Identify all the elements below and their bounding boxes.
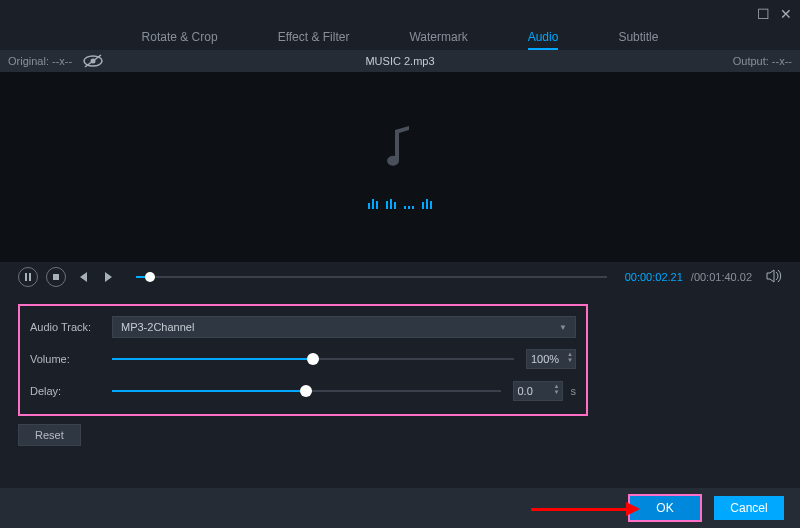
audio-track-label: Audio Track: (30, 321, 112, 333)
tab-bar: Rotate & Crop Effect & Filter Watermark … (0, 0, 800, 50)
svg-rect-3 (25, 273, 27, 281)
svg-rect-5 (53, 274, 59, 280)
volume-icon[interactable] (766, 269, 782, 286)
cancel-button[interactable]: Cancel (714, 496, 784, 520)
delay-value[interactable]: 0.0 ▲▼ (513, 381, 563, 401)
preview-toggle-icon[interactable] (82, 54, 104, 68)
stop-button[interactable] (46, 267, 66, 287)
delay-value-text: 0.0 (518, 385, 533, 397)
original-dimensions: Original: --x-- (8, 55, 72, 67)
playback-bar: 00:00:02.21/00:01:40.02 (0, 262, 800, 292)
volume-label: Volume: (30, 353, 112, 365)
music-note-icon (383, 126, 417, 179)
info-bar: Original: --x-- MUSIC 2.mp3 Output: --x-… (0, 50, 800, 72)
volume-value[interactable]: 100% ▲▼ (526, 349, 576, 369)
delay-slider[interactable] (112, 390, 501, 392)
footer-bar: OK Cancel (0, 488, 800, 528)
volume-stepper[interactable]: ▲▼ (567, 351, 573, 363)
volume-value-text: 100% (531, 353, 559, 365)
tab-rotate-crop[interactable]: Rotate & Crop (112, 30, 248, 44)
svg-rect-4 (29, 273, 31, 281)
filename: MUSIC 2.mp3 (208, 55, 592, 67)
tab-effect-filter[interactable]: Effect & Filter (248, 30, 380, 44)
preview-area (0, 72, 800, 262)
tab-subtitle[interactable]: Subtitle (588, 30, 688, 44)
reset-button[interactable]: Reset (18, 424, 81, 446)
delay-unit: s (571, 385, 577, 397)
audio-controls-highlight: Audio Track: MP3-2Channel Volume: 100% ▲… (18, 304, 588, 416)
prev-button[interactable] (74, 268, 92, 286)
delay-stepper[interactable]: ▲▼ (554, 383, 560, 395)
volume-slider[interactable] (112, 358, 514, 360)
time-total: /00:01:40.02 (691, 271, 752, 283)
seek-slider[interactable] (136, 276, 607, 278)
annotation-arrow (531, 502, 640, 516)
ok-button[interactable]: OK (630, 496, 700, 520)
volume-thumb[interactable] (307, 353, 319, 365)
close-icon[interactable]: ✕ (780, 6, 792, 22)
audio-track-select[interactable]: MP3-2Channel (112, 316, 576, 338)
output-dimensions: Output: --x-- (592, 55, 792, 67)
delay-label: Delay: (30, 385, 112, 397)
delay-thumb[interactable] (300, 385, 312, 397)
seek-thumb[interactable] (145, 272, 155, 282)
tab-watermark[interactable]: Watermark (379, 30, 497, 44)
next-button[interactable] (100, 268, 118, 286)
tab-audio[interactable]: Audio (498, 30, 589, 44)
maximize-icon[interactable]: ☐ (757, 6, 770, 22)
equalizer-icon (368, 197, 432, 209)
time-current: 00:00:02.21 (625, 271, 683, 283)
pause-button[interactable] (18, 267, 38, 287)
